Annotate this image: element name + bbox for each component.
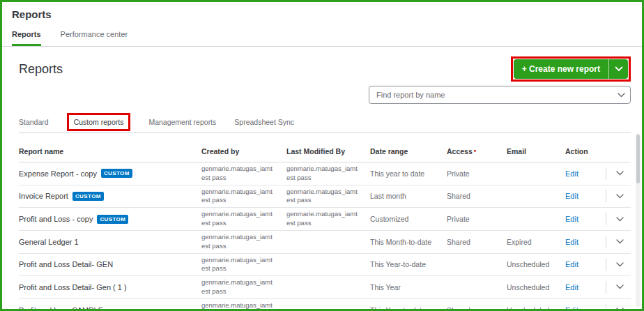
content-header: Reports + Create new report	[19, 56, 631, 82]
vertical-scrollbar[interactable]	[636, 133, 641, 307]
custom-reports-annotation-box: Custom reports	[67, 113, 131, 131]
section-title: Reports	[19, 62, 63, 77]
search-row	[19, 86, 631, 104]
header-action: Action	[565, 147, 606, 156]
tab-standard[interactable]: Standard	[19, 118, 49, 126]
access-cell: Shared	[447, 192, 507, 200]
search-input[interactable]	[369, 91, 612, 99]
table-row: Expense Report - copyCUSTOM genmarie.mat…	[19, 162, 631, 185]
divider	[606, 167, 606, 180]
email-cell: Unscheduled	[507, 306, 565, 311]
last-modified-by-cell: genmarie.matugas_iamtest pass	[286, 165, 370, 183]
created-by-cell: genmarie.matugas_iamtest pass	[201, 210, 286, 228]
top-tab-bar: Reports Performance center	[2, 20, 642, 47]
chevron-down-icon	[618, 93, 625, 98]
tab-reports[interactable]: Reports	[12, 30, 41, 46]
create-report-dropdown-toggle[interactable]	[608, 59, 628, 79]
chevron-down-icon	[616, 308, 624, 311]
created-by-cell: genmarie.matugas_iamtest pass	[201, 165, 286, 183]
email-cell: Unscheduled	[507, 283, 565, 291]
custom-badge: CUSTOM	[72, 192, 104, 201]
reports-page: Reports Reports Performance center Repor…	[0, 0, 644, 311]
row-actions-dropdown[interactable]	[606, 236, 635, 248]
edit-link[interactable]: Edit	[565, 238, 578, 246]
header-access: Access•	[447, 147, 507, 156]
report-search-box	[369, 86, 631, 104]
header-date-range: Date range	[370, 147, 447, 156]
tab-performance-center[interactable]: Performance center	[61, 30, 128, 46]
table-row: Profit and Loss SAMPLE genmarie.matugas_…	[19, 299, 631, 311]
date-range-cell: This year to date	[370, 169, 447, 178]
access-cell: Private	[447, 169, 507, 178]
report-name-cell: Invoice ReportCUSTOM	[19, 192, 201, 201]
divider	[606, 236, 606, 248]
row-actions-dropdown[interactable]	[606, 281, 635, 294]
scrollbar-thumb[interactable]	[636, 135, 640, 183]
date-range-cell: This Year-to-date	[370, 306, 447, 311]
table-row: Profit and Loss Detail- Gen ( 1 ) genmar…	[19, 276, 631, 299]
report-name-cell: Expense Report - copyCUSTOM	[19, 169, 201, 178]
table-row: Profit and Loss - copyCUSTOM genmarie.ma…	[19, 208, 631, 231]
chevron-down-icon	[616, 217, 624, 222]
table-row: Invoice ReportCUSTOM genmarie.matugas_ia…	[19, 185, 631, 208]
header-last-modified-by: Last Modified By	[286, 147, 370, 156]
report-type-tab-bar: Standard Custom reports Management repor…	[19, 111, 631, 133]
table-row: Profit and Loss Detail- GEN genmarie.mat…	[19, 254, 631, 277]
divider	[606, 281, 606, 294]
tab-spreadsheet-sync[interactable]: Spreadsheet Sync	[234, 118, 294, 126]
chevron-down-icon	[615, 66, 623, 72]
tab-management-reports[interactable]: Management reports	[148, 118, 216, 126]
date-range-cell: This Year-to-date	[370, 260, 447, 268]
report-name-cell: General Ledger 1	[19, 238, 201, 246]
row-actions-dropdown[interactable]	[606, 167, 635, 180]
report-name-cell: Profit and Loss Detail- GEN	[19, 260, 201, 268]
edit-link[interactable]: Edit	[565, 192, 578, 200]
chevron-down-icon	[616, 194, 624, 199]
chevron-down-icon	[616, 262, 624, 267]
custom-badge: CUSTOM	[101, 169, 132, 178]
divider	[606, 258, 606, 271]
last-modified-by-cell: genmarie.matugas_iamtest pass	[286, 188, 370, 206]
last-modified-by-cell: genmarie.matugas_iamtest pass	[286, 210, 370, 228]
divider	[606, 190, 606, 202]
access-cell: Shared	[447, 238, 507, 246]
custom-badge: CUSTOM	[97, 215, 128, 224]
date-range-cell: Customized	[370, 215, 447, 223]
edit-link[interactable]: Edit	[565, 215, 578, 223]
reports-table: Report name Created by Last Modified By …	[19, 142, 631, 311]
table-row: General Ledger 1 genmarie.matugas_iamtes…	[19, 231, 631, 254]
create-report-annotation-box: + Create new report	[511, 56, 631, 82]
date-range-cell: This Year	[370, 283, 447, 291]
created-by-cell: genmarie.matugas_iamtest pass	[201, 301, 286, 311]
row-actions-dropdown[interactable]	[606, 304, 635, 311]
date-range-cell: Last month	[370, 192, 447, 200]
search-dropdown-toggle[interactable]	[612, 93, 630, 98]
date-range-cell: This Month-to-date	[370, 238, 447, 246]
chevron-down-icon	[616, 239, 624, 244]
access-required-dot: •	[474, 147, 477, 155]
edit-link[interactable]: Edit	[565, 283, 578, 291]
divider	[606, 304, 606, 311]
row-actions-dropdown[interactable]	[606, 213, 635, 225]
edit-link[interactable]: Edit	[565, 260, 578, 268]
edit-link[interactable]: Edit	[565, 169, 578, 178]
table-header-row: Report name Created by Last Modified By …	[19, 142, 631, 162]
create-new-report-button[interactable]: + Create new report	[514, 59, 628, 79]
created-by-cell: genmarie.matugas_iamtest pass	[201, 278, 286, 296]
page-title: Reports	[2, 2, 642, 20]
chevron-down-icon	[616, 285, 624, 289]
created-by-cell: genmarie.matugas_iamtest pass	[201, 233, 286, 251]
divider	[606, 213, 606, 225]
created-by-cell: genmarie.matugas_iamtest pass	[201, 188, 286, 206]
created-by-cell: genmarie.matugas_iamtest pass	[201, 256, 286, 274]
row-actions-dropdown[interactable]	[606, 258, 635, 271]
report-name-cell: Profit and Loss - copyCUSTOM	[19, 215, 201, 224]
report-name-cell: Profit and Loss Detail- Gen ( 1 )	[19, 283, 201, 291]
row-actions-dropdown[interactable]	[606, 190, 635, 202]
access-cell: Private	[447, 215, 507, 223]
create-new-report-label[interactable]: + Create new report	[514, 59, 608, 79]
header-report-name: Report name	[19, 147, 201, 156]
access-cell: Shared	[447, 306, 507, 311]
tab-custom-reports[interactable]: Custom reports	[74, 118, 124, 126]
edit-link[interactable]: Edit	[565, 306, 578, 311]
